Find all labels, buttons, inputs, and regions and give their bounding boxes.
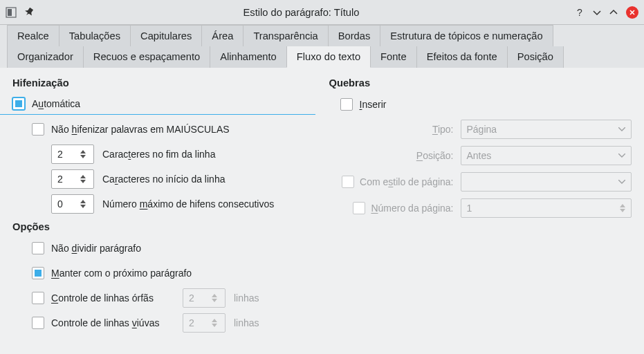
tab-realce[interactable]: Realce [7, 25, 59, 46]
breaks-insert-row: Inserir [340, 94, 632, 115]
opts-orphan-checkbox[interactable] [32, 292, 44, 304]
pin-icon[interactable] [25, 8, 35, 17]
breaks-insert-checkbox[interactable] [340, 98, 353, 111]
opts-keepnext-label: Manter com o próximo parágrafo [51, 268, 192, 279]
tab-area[interactable]: Área [201, 25, 243, 46]
breaks-title: Quebras [329, 77, 632, 88]
hyph-end-row: Caracteres no fim da linha [51, 144, 315, 165]
opts-nosplit-checkbox[interactable] [32, 242, 44, 254]
breaks-position-label: Posição: [329, 150, 461, 161]
breaks-position-row: Posição: Antes [329, 145, 632, 166]
tab-efeitos-fonte[interactable]: Efeitos da fonte [416, 46, 508, 68]
hyph-nocaps-row: Não hifenizar palavras em MAIÚSCULAS [32, 119, 315, 140]
hyph-maxcons-row: Número máximo de hifens consecutivos [51, 194, 315, 214]
tab-alinhamento[interactable]: Alinhamento [210, 46, 287, 68]
hyph-maxcons-spin[interactable] [51, 194, 94, 214]
spin-arrows-icon[interactable] [77, 150, 89, 158]
opts-widow-checkbox[interactable] [32, 317, 44, 329]
tab-recuos[interactable]: Recuos e espaçamento [83, 46, 210, 68]
spin-arrows-icon[interactable] [77, 200, 89, 208]
breaks-pagenum-checkbox [353, 202, 365, 214]
opts-widow-label: Controle de linhas viúvas [51, 317, 183, 328]
spin-arrows-icon [208, 294, 221, 302]
opts-orphan-spin [183, 288, 226, 308]
tab-fluxo-texto[interactable]: Fluxo do texto [286, 46, 371, 68]
opts-widow-input [183, 317, 208, 328]
breaks-pagenum-spin: 1 [461, 198, 632, 218]
breaks-pagestyle-label-wrap: Com estilo de página: [329, 176, 461, 188]
breaks-pagestyle-combo [461, 172, 632, 192]
window-title: Estilo do parágrafo: Título [47, 7, 555, 18]
breaks-type-label: Tipo: [329, 124, 461, 135]
opts-keepnext-row: Manter com o próximo parágrafo [32, 263, 315, 283]
opts-widow-row: Controle de linhas viúvas linhas [32, 313, 315, 333]
tab-estrutura[interactable]: Estrutura de tópicos e numeração [380, 25, 553, 46]
left-column: Hifenização Automática Não hifenizar pal… [12, 77, 315, 337]
close-icon[interactable] [626, 6, 638, 19]
tab-posicao[interactable]: Posição [507, 46, 564, 68]
opts-nosplit-label: Não dividir parágrafo [51, 243, 141, 254]
chevron-down-icon [618, 153, 625, 158]
tab-transparencia[interactable]: Transparência [243, 25, 328, 46]
tab-bordas[interactable]: Bordas [328, 25, 381, 46]
spin-arrows-icon [620, 204, 625, 212]
breaks-pagestyle-checkbox [342, 176, 354, 188]
opts-orphan-unit: linhas [234, 292, 259, 304]
right-column: Quebras Inserir Tipo: Página Posição: An… [329, 77, 632, 337]
breaks-type-row: Tipo: Página [329, 119, 632, 140]
chevron-down-icon [618, 127, 625, 131]
minimize-icon[interactable] [593, 8, 601, 17]
hyph-end-label: Caracteres no fim da linha [102, 149, 215, 160]
opts-widow-spin [183, 313, 226, 333]
content-area: Hifenização Automática Não hifenizar pal… [0, 68, 644, 350]
tab-fonte[interactable]: Fonte [370, 46, 417, 68]
hyph-auto-row: Automática [0, 94, 315, 115]
opts-orphan-input [183, 292, 208, 304]
hyph-nocaps-checkbox[interactable] [32, 123, 44, 136]
breaks-pagenum-row: Número da página: 1 [329, 198, 632, 218]
tab-tabulacoes[interactable]: Tabulações [59, 25, 131, 46]
spin-arrows-icon [208, 319, 221, 327]
opts-nosplit-row: Não dividir parágrafo [32, 238, 315, 259]
hyph-auto-checkbox[interactable] [12, 97, 25, 110]
breaks-pagenum-label: Número da página: [371, 203, 453, 214]
breaks-position-combo: Antes [461, 146, 632, 165]
chevron-down-icon [618, 180, 625, 184]
breaks-position-value: Antes [467, 150, 492, 161]
app-icon [6, 7, 17, 18]
spin-arrows-icon[interactable] [77, 175, 89, 183]
tab-organizador[interactable]: Organizador [7, 46, 84, 68]
hyph-start-row: Caracteres no início da linha [51, 169, 315, 189]
tab-row-1: Realce Tabulações Capitulares Área Trans… [7, 25, 637, 46]
maximize-icon[interactable] [609, 8, 618, 17]
hyph-start-input[interactable] [52, 174, 77, 185]
breaks-pagestyle-row: Com estilo de página: [329, 171, 632, 192]
hyph-maxcons-label: Número máximo de hifens consecutivos [102, 198, 274, 209]
hyph-start-label: Caracteres no início da linha [102, 174, 225, 185]
opts-title: Opções [12, 221, 315, 232]
hyph-auto-label: Automática [32, 98, 80, 109]
hyph-end-input[interactable] [52, 149, 77, 160]
tab-capitulares[interactable]: Capitulares [130, 25, 202, 46]
breaks-insert-label: Inserir [360, 99, 387, 110]
breaks-pagenum-value: 1 [467, 203, 472, 214]
breaks-pagenum-label-wrap: Número da página: [329, 202, 461, 214]
breaks-pagestyle-label: Com estilo de página: [360, 176, 453, 187]
opts-widow-unit: linhas [234, 317, 259, 328]
breaks-type-value: Página [467, 124, 497, 135]
hyph-start-spin[interactable] [51, 169, 94, 189]
hyph-end-spin[interactable] [51, 145, 94, 164]
breaks-type-combo: Página [461, 120, 632, 139]
help-icon[interactable]: ? [575, 8, 585, 17]
hyph-maxcons-input[interactable] [52, 198, 77, 209]
svg-text:?: ? [577, 8, 582, 17]
opts-keepnext-checkbox[interactable] [32, 267, 44, 279]
tab-row-2: Organizador Recuos e espaçamento Alinham… [7, 46, 637, 68]
opts-orphan-row: Controle de linhas órfãs linhas [32, 288, 315, 308]
svg-rect-1 [8, 9, 12, 16]
hyph-nocaps-label: Não hifenizar palavras em MAIÚSCULAS [51, 124, 230, 135]
tab-bar: Realce Tabulações Capitulares Área Trans… [0, 25, 644, 68]
opts-orphan-label: Controle de linhas órfãs [51, 292, 183, 304]
hyph-title: Hifenização [12, 77, 315, 88]
titlebar: Estilo do parágrafo: Título ? [0, 0, 644, 25]
